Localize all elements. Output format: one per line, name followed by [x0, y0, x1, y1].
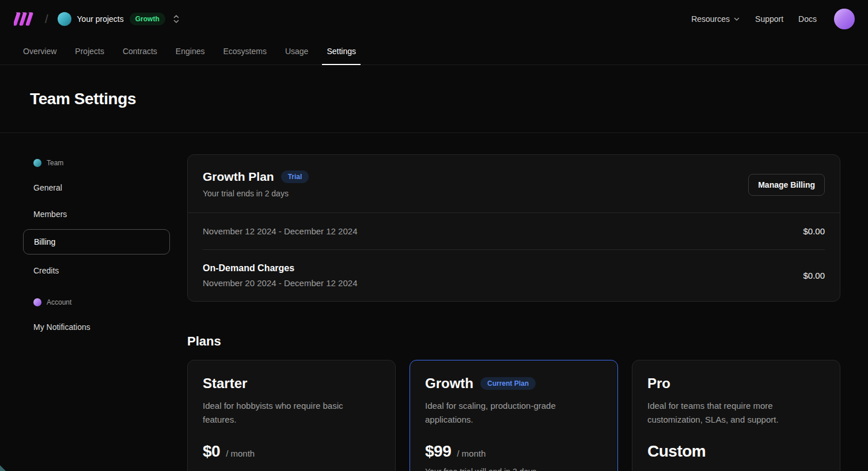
on-demand-amount: $0.00: [803, 271, 825, 280]
team-avatar[interactable]: [58, 12, 71, 26]
plan-price-pro: Custom: [647, 442, 706, 461]
nav-resources[interactable]: Resources: [691, 14, 740, 24]
content-area: Team General Members Billing Credits Acc…: [0, 133, 868, 471]
team-switcher-chevrons-icon[interactable]: [172, 14, 180, 24]
billing-main: Growth Plan Trial Your trial ends in 2 d…: [187, 154, 840, 471]
breadcrumb-separator: /: [45, 13, 48, 26]
tab-settings[interactable]: Settings: [317, 38, 365, 64]
tab-projects[interactable]: Projects: [66, 38, 113, 64]
plan-name-starter: Starter: [203, 375, 247, 392]
on-demand-charges-title: On-Demand Charges: [203, 263, 358, 274]
on-demand-period: November 20 2024 - December 12 2024: [203, 278, 358, 288]
plans-section-title: Plans: [187, 334, 840, 349]
current-plan-badge: Current Plan: [480, 377, 536, 390]
plan-name-pro: Pro: [647, 375, 670, 392]
billing-card-header: Growth Plan Trial Your trial ends in 2 d…: [188, 155, 840, 212]
sidebar-team-group: Team: [23, 154, 170, 172]
team-plan-badge: Growth: [130, 13, 165, 25]
chevron-down-icon: [733, 16, 740, 22]
account-avatar-icon: [33, 298, 41, 306]
trial-badge: Trial: [281, 170, 309, 183]
plan-desc-starter: Ideal for hobbyists who require basic fe…: [203, 399, 376, 427]
thirdweb-logo-icon[interactable]: [14, 12, 37, 27]
billing-summary-card: Growth Plan Trial Your trial ends in 2 d…: [187, 154, 840, 302]
top-nav: Resources Support Docs: [691, 9, 855, 29]
tab-contracts[interactable]: Contracts: [113, 38, 166, 64]
plan-price-starter: $0: [203, 442, 220, 461]
plan-period-starter: / month: [226, 449, 255, 458]
nav-resources-label: Resources: [691, 14, 730, 24]
team-name[interactable]: Your projects: [77, 14, 124, 24]
sidebar-team-group-label: Team: [47, 159, 63, 167]
sidebar-item-credits[interactable]: Credits: [23, 259, 170, 282]
sidebar-item-billing[interactable]: Billing: [23, 229, 170, 255]
plan-desc-growth: Ideal for scaling, production-grade appl…: [425, 399, 598, 427]
on-demand-charges-row: On-Demand Charges November 20 2024 - Dec…: [188, 250, 840, 301]
plan-grid: Starter Ideal for hobbyists who require …: [187, 360, 840, 471]
trial-ends-note: Your trial ends in 2 days: [203, 189, 309, 198]
tab-usage[interactable]: Usage: [276, 38, 317, 64]
main-tabbar: Overview Projects Contracts Engines Ecos…: [0, 38, 868, 65]
plan-desc-pro: Ideal for teams that require more custom…: [647, 399, 820, 427]
billing-amount: $0.00: [803, 226, 825, 236]
tab-engines[interactable]: Engines: [166, 38, 214, 64]
team-avatar-icon: [33, 159, 41, 167]
sidebar-spacer: [23, 286, 170, 294]
billing-period-row: November 12 2024 - December 12 2024 $0.0…: [188, 213, 840, 249]
plan-period-growth: / month: [457, 449, 486, 458]
sidebar-item-my-notifications[interactable]: My Notifications: [23, 316, 170, 339]
plan-card-growth[interactable]: Growth Current Plan Ideal for scaling, p…: [410, 360, 618, 471]
corner-artifact: [0, 465, 6, 471]
manage-billing-button[interactable]: Manage Billing: [748, 174, 825, 196]
tab-overview[interactable]: Overview: [14, 38, 66, 64]
plan-price-growth: $99: [425, 442, 451, 461]
nav-docs[interactable]: Docs: [798, 14, 817, 24]
page-title: Team Settings: [30, 90, 136, 108]
billing-period: November 12 2024 - December 12 2024: [203, 226, 358, 236]
plan-card-pro[interactable]: Pro Ideal for teams that require more cu…: [632, 360, 840, 471]
sidebar-account-group-label: Account: [47, 298, 71, 306]
plan-trial-note-growth: Your free trial will end in 3 days.: [425, 467, 602, 471]
current-plan-name: Growth Plan: [203, 170, 274, 184]
top-header: / Your projects Growth Resources Support…: [0, 0, 868, 38]
sidebar-account-group: Account: [23, 294, 170, 311]
sidebar-item-general[interactable]: General: [23, 176, 170, 199]
title-band: Team Settings: [0, 65, 868, 133]
plan-card-starter[interactable]: Starter Ideal for hobbyists who require …: [187, 360, 396, 471]
sidebar-item-members[interactable]: Members: [23, 203, 170, 226]
nav-support[interactable]: Support: [755, 14, 783, 24]
tab-ecosystems[interactable]: Ecosystems: [214, 38, 275, 64]
user-avatar[interactable]: [834, 9, 855, 29]
plan-name-growth: Growth: [425, 375, 473, 392]
settings-sidebar: Team General Members Billing Credits Acc…: [23, 154, 170, 471]
